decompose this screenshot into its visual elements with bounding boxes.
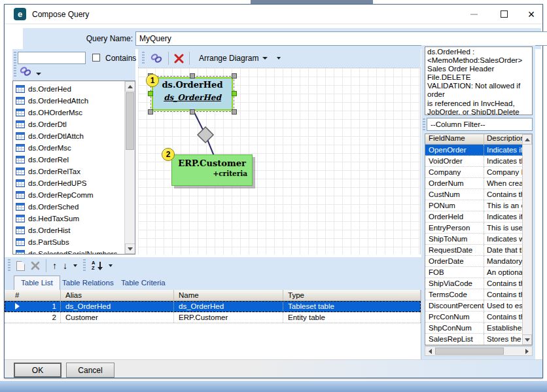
field-row[interactable]: CompanyCompany Id [425,167,532,178]
list-item[interactable]: ds.OrderHedUPS [13,177,135,189]
delete-item-button[interactable] [31,261,40,270]
list-item[interactable]: ds.OrderRepComm [13,189,135,201]
field-row[interactable]: SalesRepListStores the S [425,334,532,345]
title-bar[interactable]: e Compose Query × [5,5,542,24]
toolbar-grip[interactable] [142,52,145,65]
field-grid-hscrollbar[interactable] [425,346,533,356]
list-item[interactable]: ds.SelectedSerialNumbers [13,248,135,255]
toolbar-overflow-caret-icon[interactable] [277,57,281,60]
field-row[interactable]: ShpConNumEstablishes [425,323,532,334]
scroll-right-button[interactable] [522,347,532,355]
column-header[interactable]: Name [174,290,283,300]
list-item[interactable]: ds.OrderHist [13,224,135,236]
field-row[interactable]: OpenOrderIndicates if t [425,145,532,156]
list-item[interactable]: ds.OHOrderMsc [13,107,135,118]
link-tables-button[interactable] [19,66,32,77]
field-row[interactable]: VoidOrderIndicates th [425,156,532,167]
field-name: CustNum [425,189,484,200]
arrange-diagram-button[interactable]: Arrange Diagram [195,52,272,65]
list-item[interactable]: ds.HedTaxSum [13,213,135,224]
resize-handle-se[interactable] [232,109,237,115]
table-list: ds.OrderHed ds.OrderHedAttch ds.OHOrderM… [12,80,135,255]
node-badge: 2 [162,148,175,161]
field-row[interactable]: TermsCodeContains th [425,289,532,300]
resize-handle-w[interactable] [148,91,153,96]
field-row[interactable]: PONumThis is an op [425,200,532,211]
field-row[interactable]: EntryPersonThis is used [425,223,532,234]
close-button[interactable]: × [520,6,542,22]
minimize-button[interactable] [463,6,485,22]
scroll-up-button[interactable] [125,81,135,92]
field-row[interactable]: OrderNumWhen creati [425,178,532,189]
contains-checkbox[interactable] [92,54,100,62]
move-dropdown-caret-icon[interactable] [73,264,77,267]
column-header[interactable]: Description [484,134,522,144]
resize-handle-s[interactable] [190,109,195,115]
field-row[interactable]: FOBAn optional [425,267,532,278]
list-item[interactable]: ds.OrderRel [13,154,135,166]
table-search-input[interactable] [18,52,86,64]
maximize-button[interactable] [493,6,515,22]
table-row[interactable]: 1 ds_OrderHed ds_OrderHed Tableset table [5,301,421,312]
minimize-icon [470,14,478,15]
field-row[interactable]: ShipToNumIndicates wh [425,234,532,245]
move-up-button[interactable]: ↑ [52,261,57,270]
ok-button[interactable]: OK [14,363,62,378]
field-row[interactable]: OrderHeldIndicates if a [425,211,532,223]
list-item[interactable]: ds.OrderDtlAttch [13,130,135,142]
chain-dropdown-caret-icon[interactable] [36,73,41,75]
resize-handle-e[interactable] [232,91,237,96]
diagram-canvas[interactable]: ds.OrderHed ds_OrderHed 1 ERP.Customer +… [138,67,421,255]
cancel-button[interactable]: Cancel [66,363,115,378]
toolbar-grip[interactable] [8,259,10,272]
resize-handle-sw[interactable] [148,109,153,115]
move-down-button[interactable]: ↓ [63,261,67,270]
resize-handle-ne[interactable] [232,73,237,79]
field-row[interactable]: CustNumContains th [425,189,532,200]
link-relation-button[interactable] [150,53,163,63]
list-item[interactable]: ds.PartSubs [13,236,135,248]
tab-table-criteria[interactable]: Table Criteria [121,279,166,287]
scroll-left-button[interactable] [425,347,435,355]
field-row[interactable]: PrcConNumContains th [425,312,532,323]
node-ds-orderhed[interactable]: ds.OrderHed ds_OrderHed [152,77,233,111]
scroll-down-button[interactable] [125,243,135,254]
list-item[interactable]: ds.OrderDtl [13,118,135,130]
tab-table-list[interactable]: Table List [14,276,60,290]
sort-az-button[interactable]: AZ [92,260,103,271]
field-row[interactable]: RequestDateDate that th [425,245,532,256]
list-item[interactable]: ds.OrderHed [13,83,135,95]
field-row[interactable]: OrderDateMandatory e [425,256,532,267]
table-name: ds.OrderSched [28,203,79,211]
list-item[interactable]: ds.OrderRelTax [13,166,135,177]
column-header[interactable]: FieldName [425,134,484,144]
resize-handle-n[interactable] [190,73,195,79]
node-erp-customer[interactable]: ERP.Customer +criteria [171,154,253,186]
list-item[interactable]: ds.OrderHedAttch [13,95,135,107]
cell-alias: ds_OrderHed [61,301,174,312]
hscrollbar-thumb[interactable] [435,347,504,355]
field-grid-scrollbar[interactable] [522,145,532,334]
scroll-down-button[interactable] [522,334,532,345]
arrange-diagram-label: Arrange Diagram [199,54,258,63]
scroll-up-button[interactable] [522,134,532,145]
list-item[interactable]: ds.OrderSched [13,201,135,213]
panel-grip[interactable] [423,118,425,130]
tab-table-relations[interactable]: Table Relations [62,279,114,287]
toolbar-grip[interactable] [83,259,86,272]
field-row[interactable]: DiscountPercentUsed to esta [425,300,532,312]
table-row[interactable]: 2 Customer ERP.Customer Entity table [5,312,421,323]
sort-dropdown-caret-icon[interactable] [109,264,113,267]
list-item[interactable]: ds.OrderMsc [13,142,135,154]
column-filter-dropdown[interactable]: --Column Filter-- [427,118,533,131]
new-item-button[interactable] [16,261,25,271]
column-header[interactable]: # [5,290,61,300]
column-header[interactable]: Type [283,290,421,300]
query-name-input[interactable] [135,31,547,46]
field-row[interactable]: ShipViaCodeContains th [425,278,532,289]
table-list-scrollbar[interactable] [124,81,135,254]
scrollbar-thumb[interactable] [126,92,134,150]
column-header[interactable]: Alias [61,290,174,300]
delete-node-button[interactable] [174,54,184,63]
panel-grip[interactable] [14,52,16,77]
